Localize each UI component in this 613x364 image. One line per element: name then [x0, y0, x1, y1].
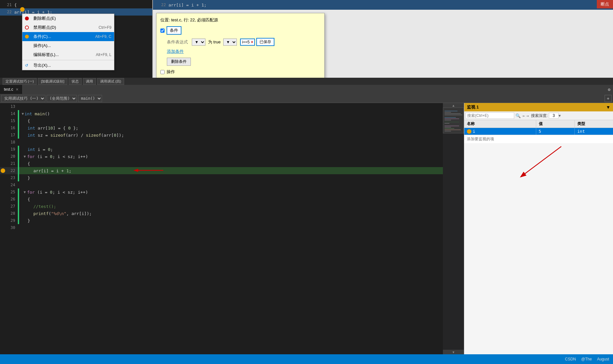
context-menu-item-action[interactable]: 操作(A)...: [22, 41, 114, 50]
add-watch-btn[interactable]: +: [605, 95, 612, 102]
status-bar: CSDN @The August: [0, 354, 613, 364]
code-line-27: //test();: [19, 203, 443, 210]
code-line-30: [19, 224, 443, 231]
code-line-25: ▼for (i = 0; i < sz; i++): [19, 188, 443, 196]
action-checkbox[interactable]: [160, 70, 165, 74]
line-num-16: 16: [0, 124, 18, 131]
top-line-num-21: 21: [1, 3, 14, 7]
main-section: test.c × ⚙ 实用调试技巧 (一) (全局范围) main() + 13…: [0, 85, 613, 354]
nav-back-btn[interactable]: ←: [522, 113, 526, 118]
editor-tab-bar: test.c × ⚙: [0, 85, 613, 94]
sep-tab-1[interactable]: 定置调试技巧 (一): [3, 78, 37, 85]
condition-bp-label: 条件(C)...: [33, 34, 95, 40]
editor-toolbar: 实用调试技巧 (一) (全局范围) main() +: [0, 94, 613, 103]
red-arrow-annotation: [464, 143, 613, 354]
line-num-19: 19: [0, 146, 18, 153]
context-menu: 删除断点(E) 禁用断点(D) Ctrl+F9 条件(C)... Alt+F9,…: [22, 14, 114, 70]
func-dropdown[interactable]: main(): [78, 95, 102, 102]
tab-label: test.c: [4, 87, 13, 92]
watch-add-row[interactable]: 添加要监视的项: [464, 135, 613, 143]
context-menu-item-delete[interactable]: 删除断点(E): [22, 14, 114, 23]
line-num-22: 22: [0, 167, 18, 174]
status-august: August: [597, 357, 609, 361]
red-arrow-1: [133, 165, 165, 175]
expression-type-select[interactable]: ▼: [192, 39, 205, 46]
top-line-num-22: 22: [1, 10, 14, 14]
watch-title-close[interactable]: ▼: [606, 105, 610, 110]
search-depth-input[interactable]: [549, 113, 559, 119]
top-breakpoint-marker: [20, 7, 25, 12]
code-line-26: {: [19, 196, 443, 203]
delete-condition-row: 删除条件: [167, 58, 320, 66]
condition-label: 条件: [167, 26, 181, 35]
line-num-25: 25: [0, 188, 18, 196]
svg-line-17: [523, 146, 561, 176]
top-right-area: 22 arr[i] = i + 1; 位置: test.c, 行: 22, 必须…: [152, 0, 613, 78]
top-right-code: arr[i] = i + 1;: [168, 3, 206, 7]
fold-14[interactable]: ▼: [22, 112, 24, 116]
search-depth-label: 搜索深度:: [531, 113, 548, 119]
watch-col-val-header: 值: [536, 120, 575, 128]
line-num-27: 27: [0, 203, 18, 210]
global-scope-dropdown[interactable]: (全局范围): [47, 95, 77, 102]
top-right-code-line: 22 arr[i] = i + 1;: [153, 0, 613, 10]
line-num-29: 29: [0, 217, 18, 224]
condition-checkbox[interactable]: [160, 28, 165, 33]
line-num-13: 13: [0, 103, 18, 110]
scroll-up-btn[interactable]: ▲: [443, 103, 464, 108]
editor-tab-testc[interactable]: test.c ×: [0, 85, 23, 94]
top-right-line-num: 22: [156, 3, 168, 7]
dialog-location: 位置: test.c, 行: 22, 必须匹配源: [160, 17, 320, 23]
condition-bp-icon: [25, 34, 31, 39]
status-csdn: CSDN: [565, 357, 576, 361]
line-num-18: 18: [0, 139, 18, 146]
tab-settings-btn[interactable]: ⚙: [605, 85, 613, 94]
sep-tab-2[interactable]: [加载调试级别]: [38, 78, 67, 85]
delete-condition-btn[interactable]: 删除条件: [167, 58, 191, 66]
line-num-20: 20: [0, 153, 18, 160]
line-num-26: 26: [0, 196, 18, 203]
nav-forward-btn[interactable]: →: [526, 113, 530, 118]
context-menu-item-export[interactable]: ↺ 导出(X)...: [22, 61, 114, 70]
dialog-expression-row: 条件表达式 ▼ 为 true ▼ i==5 × 已保存: [167, 38, 320, 46]
disable-bp-icon: [25, 25, 31, 30]
condition-value-tag: i==5 ×: [240, 39, 255, 46]
code-line-28: printf("%d\n", arr[i]);: [19, 210, 443, 217]
context-menu-item-disable[interactable]: 禁用断点(D) Ctrl+F9: [22, 23, 114, 32]
search-icon[interactable]: 🔍: [515, 113, 521, 118]
export-bp-label: 导出(X)...: [33, 63, 111, 68]
top-right-corner-btn[interactable]: 断点: [597, 0, 613, 8]
editlabel-bp-label: 编辑标签(L)...: [33, 52, 96, 58]
condition-dialog: 位置: test.c, 行: 22, 必须匹配源 条件 条件表达式 ▼ 为 tr…: [156, 13, 325, 78]
condition-value-x[interactable]: ×: [251, 40, 253, 44]
scroll-down-btn[interactable]: ▼: [443, 350, 464, 354]
context-menu-separator: [22, 60, 114, 60]
code-line-15: {: [19, 117, 443, 124]
watch-table-header: 名称 值 类型: [464, 120, 613, 128]
line-num-24: 24: [0, 181, 18, 188]
scope-dropdown[interactable]: 实用调试技巧 (一): [1, 95, 45, 102]
action-bp-label: 操作(A)...: [33, 43, 111, 49]
code-line-21: {: [19, 160, 443, 167]
code-line-18: [19, 139, 443, 146]
context-menu-item-condition[interactable]: 条件(C)... Alt+F9, C: [22, 32, 114, 41]
code-line-13: [19, 103, 443, 110]
condition-value-text: i==5: [242, 40, 249, 44]
context-menu-item-editlabel[interactable]: 编辑标签(L)... Alt+F9, L: [22, 50, 114, 59]
sep-tab-5[interactable]: 调用调试 (四): [97, 78, 124, 85]
code-line-17: int sz = sizeof(arr) / sizeof(arr[0]);: [19, 131, 443, 139]
watch-search-input[interactable]: [466, 112, 514, 119]
sep-tab-4[interactable]: 调用: [83, 78, 96, 85]
line-num-15: 15: [0, 117, 18, 124]
watch-cell-val-i: 5: [536, 128, 575, 135]
depth-dropdown-btn[interactable]: ▼: [559, 114, 561, 118]
add-condition-link[interactable]: 添加条件: [167, 49, 184, 54]
sep-tab-3[interactable]: 状态: [69, 78, 82, 85]
is-true-label: 为 true: [208, 39, 221, 45]
true-select[interactable]: ▼: [223, 39, 237, 46]
line-num-28: 28: [0, 210, 18, 217]
tab-close-btn[interactable]: ×: [16, 87, 18, 92]
watch-row-i[interactable]: i 5 int: [464, 128, 613, 135]
disable-bp-shortcut: Ctrl+F9: [98, 25, 111, 30]
code-content-area[interactable]: ▼int main() { int arr[10] = { 0 }; int s…: [19, 103, 443, 354]
